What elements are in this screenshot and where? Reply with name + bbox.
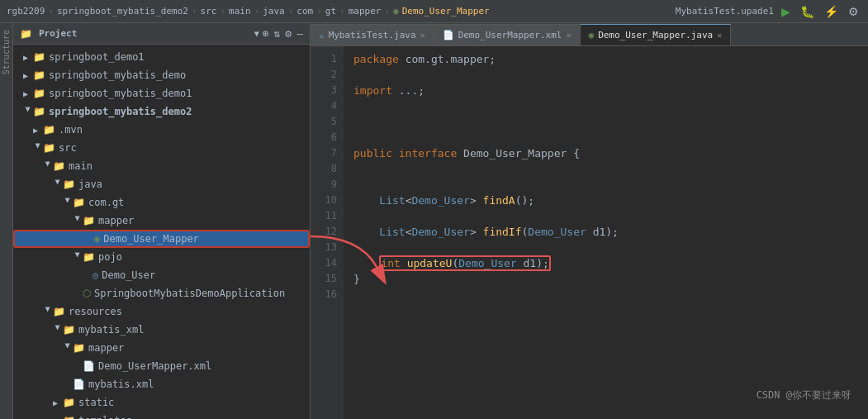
tree-item-label: mapper (88, 342, 124, 354)
arrow-icon: ▶ (44, 307, 53, 317)
arrow-icon: ▶ (53, 417, 63, 420)
list-item[interactable]: ▶ 📁 com.gt (13, 193, 310, 212)
interface-icon: ◉ (94, 233, 100, 245)
list-item[interactable]: ▶ 📁 static (13, 393, 310, 412)
list-item[interactable]: ▶ 📁 java (13, 175, 310, 193)
tree-item-label: Demo_User (102, 269, 155, 281)
code-line-highlighted: int updateU(Demo_User d1); (353, 255, 858, 271)
folder-icon: 📁 (33, 51, 45, 63)
folder-icon: 📁 (20, 28, 32, 40)
line-numbers: 1 2 3 4 5 6 7 8 9 10 11 12 13 14 15 16 (311, 46, 344, 419)
folder-icon: 📁 (33, 88, 45, 99)
folder-icon: 📁 (63, 324, 75, 336)
list-item-selected[interactable]: ◉ Demo_User_Mapper (13, 230, 310, 248)
breadcrumb-item-main[interactable]: main (229, 6, 251, 17)
arrow-icon: ▶ (53, 398, 63, 407)
breadcrumb-item-mapper[interactable]: mapper (349, 6, 382, 17)
list-item[interactable]: ◎ Demo_User (13, 266, 310, 284)
tree-item-label: Demo_UserMapper.xml (98, 360, 211, 372)
code-line (353, 67, 858, 83)
xml-icon: 📄 (73, 379, 85, 390)
minimize-icon[interactable]: — (296, 27, 303, 40)
tree-item-label: src (59, 142, 77, 154)
folder-icon: 📁 (33, 106, 45, 117)
tab-mybatistest[interactable]: ☕ MybatisTest.java ✕ (311, 24, 434, 45)
breadcrumb-item-java[interactable]: java (263, 6, 285, 17)
tree-item-label: static (78, 397, 114, 408)
chevron-icon: ▼ (254, 29, 259, 38)
tree-item-label: pojo (98, 251, 122, 263)
list-item[interactable]: ▶ 📁 src (13, 139, 310, 157)
structure-label[interactable]: Structure (2, 30, 11, 74)
code-line (353, 208, 858, 224)
tree-item-label: mapper (98, 215, 134, 226)
java-icon: ◎ (92, 269, 98, 281)
list-item[interactable]: ▶ 📁 main (13, 157, 310, 175)
add-icon[interactable]: ⊕ (263, 27, 269, 40)
breadcrumb-item-src[interactable]: src (201, 6, 217, 17)
main-layout: Structure 📁 Project ▼ ⊕ ⇅ ⚙ — ▶ 📁 spring… (0, 23, 868, 419)
tab-close-icon[interactable]: ✕ (566, 31, 571, 40)
breadcrumb-item-classname[interactable]: Demo_User_Mapper (402, 6, 490, 17)
project-panel: 📁 Project ▼ ⊕ ⇅ ⚙ — ▶ 📁 springboot_demo1… (13, 23, 311, 419)
list-item[interactable]: ▶ 📁 mapper (13, 339, 310, 357)
debug-button[interactable]: 🐛 (798, 5, 817, 18)
list-item[interactable]: ▶ 📁 .mvn (13, 121, 310, 139)
arrow-icon: ▶ (64, 343, 73, 353)
arrow-icon: ▶ (34, 143, 43, 153)
code-line: List<Demo_User> findA(); (353, 193, 858, 208)
run-button[interactable]: ▶ (779, 5, 793, 18)
coverage-button[interactable]: ⚡ (822, 5, 841, 18)
tab-label: MybatisTest.java (329, 30, 416, 40)
list-item[interactable]: ▶ 📁 springboot_mybatis_demo2 (13, 102, 310, 121)
code-line (353, 287, 858, 302)
breadcrumb-item-file: ◉ (393, 6, 399, 17)
arrow-icon: ▶ (24, 107, 33, 117)
list-item[interactable]: ▶ 📁 templates (13, 412, 310, 419)
folder-icon: 📁 (83, 251, 95, 263)
tab-label: Demo_UserMapper.xml (458, 30, 562, 40)
folder-icon: 📁 (43, 124, 55, 136)
list-item[interactable]: ▶ 📁 resources (13, 302, 310, 321)
tree-item-label: com.gt (88, 197, 124, 208)
breadcrumb-item-com[interactable]: com (296, 6, 313, 17)
list-item[interactable]: ▶ 📁 mapper (13, 212, 310, 230)
project-title: Project (39, 28, 251, 39)
app-icon: ⬡ (83, 288, 91, 299)
code-line (353, 114, 858, 130)
tab-usermapper-java[interactable]: ◉ Demo_User_Mapper.java ✕ (581, 24, 732, 45)
tab-usermapper-xml[interactable]: 📄 Demo_UserMapper.xml ✕ (434, 24, 581, 45)
breadcrumb-item-rgb[interactable]: rgb2209 (7, 6, 45, 17)
tab-label: Demo_User_Mapper.java (598, 30, 713, 40)
list-item[interactable]: ▶ 📁 springboot_mybatis_demo (13, 66, 310, 84)
breadcrumb-item-gt[interactable]: gt (325, 6, 336, 17)
breadcrumb-item-project[interactable]: springboot_mybatis_demo2 (57, 6, 188, 17)
sync-icon[interactable]: ⇅ (274, 27, 281, 40)
list-item[interactable]: ▶ 📁 pojo (13, 248, 310, 266)
list-item[interactable]: ⬡ SpringbootMybatisDemoApplication (13, 284, 310, 302)
tab-close-icon[interactable]: ✕ (717, 31, 722, 40)
folder-icon: 📁 (73, 342, 85, 354)
code-content[interactable]: package com.gt.mapper; import ...; publi… (344, 46, 868, 419)
folder-icon: 📁 (63, 179, 75, 190)
code-line (353, 240, 858, 255)
tab-close-icon[interactable]: ✕ (420, 31, 425, 40)
gear-icon[interactable]: ⚙ (285, 27, 292, 40)
settings-button[interactable]: ⚙ (846, 5, 861, 18)
tree-item-label: java (78, 179, 102, 190)
list-item[interactable]: ▶ 📁 springboot_mybatis_demo1 (13, 84, 310, 102)
file-tree: ▶ 📁 springboot_demo1 ▶ 📁 springboot_myba… (13, 45, 310, 419)
tree-item-label: springboot_demo1 (49, 51, 145, 63)
tree-item-label: mybatis.xml (88, 379, 154, 390)
list-item[interactable]: ▶ 📁 springboot_demo1 (13, 48, 310, 66)
folder-icon: 📁 (73, 197, 85, 208)
code-line (353, 98, 858, 114)
list-item[interactable]: ▶ 📁 mybatis_xml (13, 321, 310, 339)
tree-item-label: springboot_mybatis_demo1 (49, 88, 192, 99)
code-line (353, 161, 858, 177)
list-item[interactable]: 📄 mybatis.xml (13, 375, 310, 393)
code-line: import ...; (353, 83, 858, 98)
list-item[interactable]: 📄 Demo_UserMapper.xml (13, 357, 310, 375)
arrow-icon: ▶ (44, 161, 53, 171)
breadcrumb: rgb2209 › springboot_mybatis_demo2 › src… (7, 6, 676, 17)
